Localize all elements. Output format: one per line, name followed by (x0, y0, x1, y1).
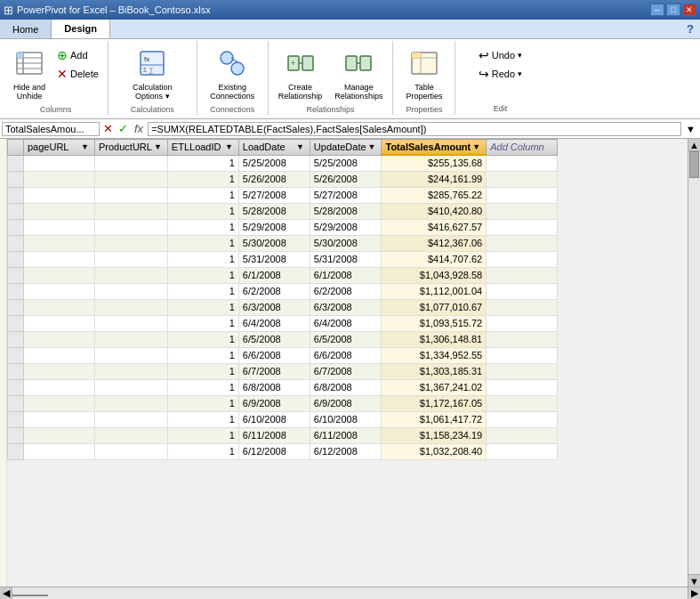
cell-etlloadid[interactable]: 1 (167, 427, 238, 443)
cell-totalsalesamount[interactable]: $1,158,234.19 (382, 427, 487, 443)
cell-loaddate[interactable]: 5/26/2008 (238, 171, 310, 187)
scroll-track[interactable] (688, 151, 700, 574)
cell-totalsalesamount[interactable]: $1,334,952.55 (382, 347, 487, 363)
cell-updatedate[interactable]: 6/9/2008 (310, 395, 382, 411)
cell-loaddate[interactable]: 6/11/2008 (238, 427, 310, 443)
cell[interactable] (95, 219, 168, 235)
cell[interactable] (24, 395, 95, 411)
cell-updatedate[interactable]: 5/26/2008 (310, 171, 382, 187)
cell-loaddate[interactable]: 6/5/2008 (238, 331, 310, 347)
cell[interactable] (95, 443, 168, 459)
close-button[interactable]: ✕ (682, 4, 696, 16)
cell-totalsalesamount[interactable]: $414,707.62 (382, 251, 487, 267)
cell[interactable] (24, 283, 95, 299)
help-button[interactable]: ? (680, 20, 700, 38)
existing-connections-button[interactable]: Existing Connections (205, 46, 259, 103)
cell-loaddate[interactable]: 5/28/2008 (238, 203, 310, 219)
cell-totalsalesamount[interactable]: $1,303,185.31 (382, 363, 487, 379)
cell[interactable] (24, 411, 95, 427)
cell-updatedate[interactable]: 5/30/2008 (310, 235, 382, 251)
formula-check-button[interactable]: ✓ (117, 122, 130, 135)
cell-loaddate[interactable]: 5/30/2008 (238, 235, 310, 251)
cell-loaddate[interactable]: 6/8/2008 (238, 379, 310, 395)
cell[interactable] (24, 427, 95, 443)
col-header-add-column[interactable]: Add Column (487, 140, 558, 156)
cell-updatedate[interactable]: 5/28/2008 (310, 203, 382, 219)
horizontal-scrollbar[interactable]: ◀ ▶ (0, 587, 700, 599)
cell-loaddate[interactable]: 6/2/2008 (238, 283, 310, 299)
cell-etlloadid[interactable]: 1 (167, 347, 238, 363)
cell-updatedate[interactable]: 6/10/2008 (310, 411, 382, 427)
cell-updatedate[interactable]: 6/2/2008 (310, 283, 382, 299)
cell-etlloadid[interactable]: 1 (167, 251, 238, 267)
cell-loaddate[interactable]: 6/10/2008 (238, 411, 310, 427)
cell-etlloadid[interactable]: 1 (167, 363, 238, 379)
col-header-totalsalesamount[interactable]: TotalSalesAmount ▼ (382, 140, 487, 156)
undo-button[interactable]: ↩ Undo ▾ (475, 46, 526, 64)
delete-button[interactable]: ✕ Delete (53, 65, 102, 83)
cell-etlloadid[interactable]: 1 (167, 267, 238, 283)
cell-totalsalesamount[interactable]: $1,306,148.81 (382, 331, 487, 347)
cell-totalsalesamount[interactable]: $1,093,515.72 (382, 315, 487, 331)
cell-updatedate[interactable]: 5/27/2008 (310, 187, 382, 203)
cell-updatedate[interactable]: 6/11/2008 (310, 427, 382, 443)
cell-loaddate[interactable]: 6/12/2008 (238, 443, 310, 459)
add-button[interactable]: ⊕ Add (53, 46, 102, 64)
cell[interactable] (24, 251, 95, 267)
cell-loaddate[interactable]: 6/9/2008 (238, 395, 310, 411)
sort-etlloadid[interactable]: ▼ (223, 142, 235, 151)
cell-etlloadid[interactable]: 1 (167, 331, 238, 347)
formula-expand-button[interactable]: ▼ (683, 124, 698, 134)
cell[interactable] (24, 347, 95, 363)
cell-totalsalesamount[interactable]: $416,627.57 (382, 219, 487, 235)
cell[interactable] (24, 267, 95, 283)
vertical-scrollbar[interactable]: ▲ ▼ (688, 139, 700, 587)
cell[interactable] (95, 171, 168, 187)
cell-etlloadid[interactable]: 1 (167, 443, 238, 459)
cell-loaddate[interactable]: 5/29/2008 (238, 219, 310, 235)
cell-totalsalesamount[interactable]: $244,161.99 (382, 171, 487, 187)
cell-updatedate[interactable]: 5/25/2008 (310, 155, 382, 171)
cell[interactable] (95, 155, 168, 171)
cell-etlloadid[interactable]: 1 (167, 171, 238, 187)
cell-totalsalesamount[interactable]: $1,043,928.58 (382, 267, 487, 283)
cell-totalsalesamount[interactable]: $285,765.22 (382, 187, 487, 203)
col-header-producturl[interactable]: ProductURL ▼ (95, 140, 168, 156)
cell[interactable] (95, 347, 168, 363)
scroll-down-button[interactable]: ▼ (688, 574, 700, 587)
redo-button[interactable]: ↪ Redo ▾ (475, 65, 526, 83)
cell[interactable] (24, 187, 95, 203)
tab-design[interactable]: Design (52, 20, 110, 38)
tab-home[interactable]: Home (0, 20, 52, 38)
cell-etlloadid[interactable]: 1 (167, 299, 238, 315)
cell-totalsalesamount[interactable]: $412,367.06 (382, 235, 487, 251)
cell-updatedate[interactable]: 5/31/2008 (310, 251, 382, 267)
cell[interactable] (95, 379, 168, 395)
cell-updatedate[interactable]: 6/1/2008 (310, 267, 382, 283)
cell-loaddate[interactable]: 5/27/2008 (238, 187, 310, 203)
sort-producturl[interactable]: ▼ (152, 142, 164, 151)
sort-pageurl[interactable]: ▼ (79, 142, 91, 151)
cell-updatedate[interactable]: 6/5/2008 (310, 331, 382, 347)
cell-loaddate[interactable]: 6/1/2008 (238, 267, 310, 283)
cell[interactable] (24, 219, 95, 235)
cell[interactable] (95, 427, 168, 443)
cell-etlloadid[interactable]: 1 (167, 187, 238, 203)
sort-loaddate[interactable]: ▼ (294, 142, 306, 151)
cell-etlloadid[interactable]: 1 (167, 395, 238, 411)
cell-totalsalesamount[interactable]: $1,077,010.67 (382, 299, 487, 315)
cell-etlloadid[interactable]: 1 (167, 379, 238, 395)
cell-updatedate[interactable]: 6/7/2008 (310, 363, 382, 379)
cell[interactable] (24, 171, 95, 187)
cell-updatedate[interactable]: 6/12/2008 (310, 443, 382, 459)
cell[interactable] (95, 235, 168, 251)
cell-updatedate[interactable]: 5/29/2008 (310, 219, 382, 235)
cell-updatedate[interactable]: 6/8/2008 (310, 379, 382, 395)
cell[interactable] (95, 331, 168, 347)
cell[interactable] (24, 443, 95, 459)
col-header-pageurl[interactable]: pageURL ▼ (24, 140, 95, 156)
cell[interactable] (24, 203, 95, 219)
cell[interactable] (95, 395, 168, 411)
create-relationship-button[interactable]: + Create Relationship (274, 46, 327, 103)
formula-input[interactable] (148, 122, 681, 136)
